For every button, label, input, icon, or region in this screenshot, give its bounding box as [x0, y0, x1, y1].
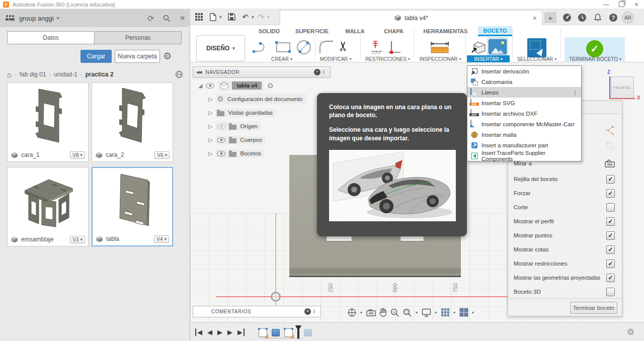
group-seleccionar[interactable]: SELECCIONAR▾	[514, 56, 559, 62]
step-forward-icon[interactable]: ▶	[227, 328, 232, 336]
comments-grip[interactable]: ‖	[313, 309, 315, 314]
navigator-node-cuerpos[interactable]: ▷ Cuerpos	[208, 134, 265, 145]
ribbon-tab-malla[interactable]: MALLA	[341, 26, 369, 36]
expand-arrow-icon[interactable]: ▷	[208, 110, 212, 116]
checkbox-unchecked[interactable]	[606, 203, 615, 212]
construction-geometry-icon[interactable]	[605, 141, 615, 150]
version-chip[interactable]: V4▾	[154, 235, 169, 243]
palette-row-boceto3d[interactable]: Boceto 3D	[508, 286, 622, 298]
fillet-tool-icon[interactable]	[319, 40, 334, 54]
breadcrumb-folder[interactable]: unidad-1	[54, 71, 77, 78]
palette-row-rejilla[interactable]: Rejilla del boceto✓	[508, 173, 622, 185]
palette-row-geometrias[interactable]: Mostrar las geometrías proyectadas✓	[508, 272, 622, 284]
close-window-button[interactable]: ×	[629, 1, 644, 9]
expand-arrow-icon[interactable]: ▷	[208, 96, 212, 103]
refresh-icon[interactable]: ⟳	[147, 14, 154, 23]
orbit-icon[interactable]	[347, 308, 357, 317]
file-name[interactable]: tabla	[106, 235, 119, 242]
menu-item-insertar-malla[interactable]: Insertar malla	[467, 129, 581, 140]
ribbon-tab-chapa[interactable]: CHAPA	[380, 26, 408, 36]
go-to-start-icon[interactable]: ◀	[195, 328, 202, 336]
timeline-settings-gear-icon[interactable]: ⚙	[627, 327, 634, 337]
extensions-icon[interactable]	[562, 13, 572, 22]
new-folder-button[interactable]: Nueva carpeta	[115, 50, 160, 63]
line-tool-icon[interactable]	[253, 40, 271, 54]
constraint-perpendicular-icon[interactable]	[387, 40, 401, 55]
menu-item-calcomania[interactable]: Calcomanía	[467, 76, 581, 87]
checkbox-checked[interactable]: ✓	[606, 175, 615, 184]
select-tool-icon[interactable]	[527, 38, 546, 57]
search-icon[interactable]	[163, 15, 171, 22]
ribbon-tab-solido[interactable]: SOLIDO	[254, 26, 284, 36]
trim-scissors-icon[interactable]: ✂	[336, 41, 351, 52]
navigator-root-row[interactable]: ◢ tabla v4 ⊙	[198, 80, 273, 91]
viewports-icon[interactable]	[459, 308, 468, 317]
file-name[interactable]: cara_1	[21, 151, 40, 158]
menu-item-insertar-derivacion[interactable]: Insertar derivación	[467, 66, 581, 76]
close-panel-icon[interactable]: ×	[180, 13, 185, 24]
root-chip[interactable]: tabla v4	[218, 80, 264, 91]
menu-item-traceparts[interactable]: Insert TraceParts Supplier Components	[467, 150, 581, 161]
file-card-emsamblaje[interactable]: emsamblaje V3▾	[7, 167, 89, 246]
activate-radio-icon[interactable]: ⊙	[267, 81, 273, 90]
group-inspeccionar[interactable]: INSPECCIONAR▾	[416, 56, 465, 62]
notifications-bell-icon[interactable]	[594, 13, 602, 22]
timeline-position-marker[interactable]	[297, 326, 299, 339]
version-chip[interactable]: V6▾	[154, 151, 170, 159]
checkbox-checked[interactable]: ✓	[606, 189, 615, 198]
file-name[interactable]: cara_2	[106, 151, 124, 158]
tab-datos[interactable]: Datos	[7, 31, 95, 44]
menu-item-mcmaster[interactable]: Insertar componente McMaster-Carr	[467, 119, 581, 129]
app-launcher-icon[interactable]	[195, 13, 203, 21]
fit-icon[interactable]	[403, 308, 412, 317]
expand-triangle-icon[interactable]: ◢	[198, 82, 202, 89]
ribbon-tab-superficie[interactable]: SUPERFICIE	[292, 26, 332, 36]
checkbox-checked[interactable]: ✓	[606, 245, 615, 254]
navigator-node-bocetos[interactable]: ▷ Bocetos	[208, 148, 264, 159]
help-icon[interactable]: ?	[609, 13, 618, 22]
sketch-feature-icon[interactable]	[284, 328, 293, 337]
navigator-node-configuracion[interactable]: ▷ ⚙Configuración del documento	[208, 94, 306, 105]
checkbox-checked[interactable]: ✓	[606, 260, 615, 268]
group-restricciones[interactable]: RESTRICCIONES▾	[361, 56, 414, 62]
tab-personas[interactable]: Personas	[94, 31, 182, 44]
extrude-feature-icon[interactable]	[272, 329, 280, 336]
expand-arrow-icon[interactable]: ▷	[208, 123, 212, 130]
navigator-node-vistas[interactable]: ▷ Vistas guardadas	[208, 107, 276, 118]
breadcrumb-project[interactable]: fab dig 01	[20, 71, 46, 78]
user-avatar[interactable]: AR	[622, 12, 634, 24]
origin-point[interactable]	[271, 292, 281, 302]
checkbox-unchecked[interactable]	[606, 288, 615, 296]
version-chip[interactable]: V3▾	[70, 236, 85, 243]
group-insertar[interactable]: INSERTAR▾	[467, 55, 510, 62]
version-chip[interactable]: V8▾	[70, 151, 85, 159]
suppressed-feature-icon[interactable]	[304, 329, 312, 336]
expand-arrow-icon[interactable]: ▷	[208, 137, 212, 143]
redo-icon[interactable]: ↷▾	[258, 13, 270, 22]
group-modificar[interactable]: MODIFICAR▾	[313, 56, 358, 62]
panel-settings-gear-icon[interactable]: ⚙	[163, 50, 172, 62]
upload-button[interactable]: Cargar	[80, 50, 112, 63]
terminar-boceto-button[interactable]: Terminar boceto	[570, 302, 617, 314]
group-crear[interactable]: CREAR▾	[262, 56, 302, 62]
menu-item-manufacturer-part[interactable]: Insert a manufacturer part	[467, 140, 581, 150]
menu-item-lienzo[interactable]: Lienzo ⋮	[467, 87, 581, 98]
group-terminar-boceto[interactable]: TERMINAR BOCETO▾	[566, 56, 625, 62]
close-document-icon[interactable]: ×	[533, 14, 537, 22]
menu-item-options-icon[interactable]: ⋮	[572, 89, 578, 96]
navigator-grip[interactable]: ‖	[323, 69, 325, 75]
job-status-clock-icon[interactable]	[578, 13, 587, 22]
checkbox-checked[interactable]: ✓	[606, 217, 615, 226]
restore-button[interactable]	[614, 2, 629, 7]
palette-row-corte[interactable]: Corte	[508, 201, 622, 213]
add-comment-icon[interactable]: +	[304, 308, 311, 315]
expand-arrow-icon[interactable]: ▷	[208, 150, 212, 157]
undo-icon[interactable]: ↶▾	[243, 13, 254, 22]
go-to-end-icon[interactable]: ▶	[237, 328, 245, 336]
look-at-icon[interactable]	[605, 159, 615, 167]
new-document-tab-button[interactable]: +	[544, 12, 556, 23]
sketch-feature-icon[interactable]	[259, 328, 267, 337]
menu-item-insertar-svg[interactable]: SVG Insertar SVG	[467, 98, 581, 108]
team-caret-icon[interactable]: ▾	[57, 16, 59, 21]
insert-canvas-button[interactable]	[487, 37, 508, 55]
